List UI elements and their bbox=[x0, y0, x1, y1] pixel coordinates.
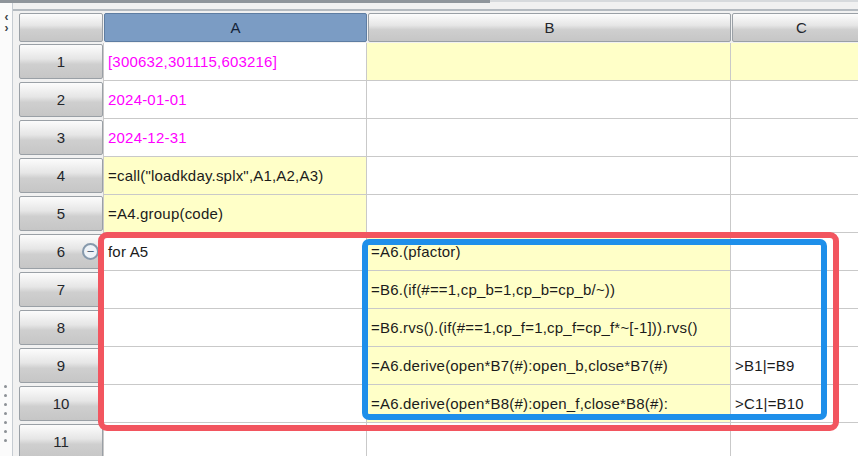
cell-A10[interactable] bbox=[103, 385, 367, 423]
drag-dot bbox=[4, 385, 7, 388]
cell-B11[interactable] bbox=[367, 423, 731, 456]
cell-text-B8: =B6.rvs().(if(#==1,cp_f=1,cp_f=cp_f*~[-1… bbox=[367, 319, 698, 336]
pane-divider-light-segment bbox=[490, 0, 858, 2]
cell-A2[interactable]: 2024-01-01 bbox=[103, 81, 367, 119]
cell-B7[interactable]: =B6.(if(#==1,cp_b=1,cp_b=cp_b/~)) bbox=[367, 271, 731, 309]
drag-dot bbox=[4, 403, 7, 406]
row-header-11[interactable]: 11 bbox=[19, 424, 103, 456]
cell-A9[interactable] bbox=[103, 347, 367, 385]
cell-A3[interactable]: 2024-12-31 bbox=[103, 119, 367, 157]
cell-C7[interactable] bbox=[731, 271, 858, 309]
row-header-10[interactable]: 10 bbox=[19, 386, 103, 421]
cell-text-A6: for A5 bbox=[104, 243, 148, 260]
cell-B6[interactable]: =A6.(pfactor) bbox=[367, 233, 731, 271]
cell-C11[interactable] bbox=[731, 423, 858, 456]
cell-A7[interactable] bbox=[103, 271, 367, 309]
cell-A1[interactable]: [300632,301115,603216] bbox=[103, 43, 367, 81]
drag-dot bbox=[4, 412, 7, 415]
pane-divider-dark-segment bbox=[0, 0, 490, 3]
cell-C10[interactable]: >C1|=B10 bbox=[731, 385, 858, 423]
spreadsheet-grid: ABC1[300632,301115,603216]22024-01-01320… bbox=[0, 0, 858, 456]
cell-A5[interactable]: =A4.group(code) bbox=[103, 195, 367, 233]
drag-dot bbox=[4, 421, 7, 424]
cell-B9[interactable]: =A6.derive(open*B7(#):open_b,close*B7(#) bbox=[367, 347, 731, 385]
drag-dot bbox=[4, 430, 7, 433]
cell-C6[interactable] bbox=[731, 233, 858, 271]
cell-text-C9: >B1|=B9 bbox=[731, 357, 795, 374]
row-header-2[interactable]: 2 bbox=[19, 82, 103, 117]
row-header-9[interactable]: 9 bbox=[19, 348, 103, 383]
cell-B8[interactable]: =B6.rvs().(if(#==1,cp_f=1,cp_f=cp_f*~[-1… bbox=[367, 309, 731, 347]
cell-A8[interactable] bbox=[103, 309, 367, 347]
row-header-1[interactable]: 1 bbox=[19, 44, 103, 79]
cell-C9[interactable]: >B1|=B9 bbox=[731, 347, 858, 385]
cell-C4[interactable] bbox=[731, 157, 858, 195]
cell-text-A3: 2024-12-31 bbox=[104, 129, 187, 146]
row-header-4[interactable]: 4 bbox=[19, 158, 103, 193]
drag-dot bbox=[4, 394, 7, 397]
cell-text-A4: =call("loadkday.splx",A1,A2,A3) bbox=[104, 167, 323, 184]
row-header-5[interactable]: 5 bbox=[19, 196, 103, 231]
cell-A6[interactable]: for A5 bbox=[103, 233, 367, 271]
splitter-drag-handle[interactable] bbox=[4, 385, 7, 442]
cell-B10[interactable]: =A6.derive(open*B8(#):open_f,close*B8(#)… bbox=[367, 385, 731, 423]
cell-text-C10: >C1|=B10 bbox=[731, 395, 804, 412]
row-header-7[interactable]: 7 bbox=[19, 272, 103, 307]
cell-C2[interactable] bbox=[731, 81, 858, 119]
cell-text-B7: =B6.(if(#==1,cp_b=1,cp_b=cp_b/~)) bbox=[367, 281, 615, 298]
left-splitter-bar[interactable]: ‹ › bbox=[0, 2, 13, 456]
cell-C3[interactable] bbox=[731, 119, 858, 157]
cell-B1[interactable] bbox=[367, 43, 731, 81]
cell-B3[interactable] bbox=[367, 119, 731, 157]
row-header-3[interactable]: 3 bbox=[19, 120, 103, 155]
cell-text-A2: 2024-01-01 bbox=[104, 91, 187, 108]
cell-text-A1: [300632,301115,603216] bbox=[104, 53, 277, 70]
drag-dot bbox=[4, 439, 7, 442]
cell-text-B9: =A6.derive(open*B7(#):open_b,close*B7(#) bbox=[367, 357, 668, 374]
cell-B5[interactable] bbox=[367, 195, 731, 233]
cell-A4[interactable]: =call("loadkday.splx",A1,A2,A3) bbox=[103, 157, 367, 195]
column-header-C[interactable]: C bbox=[732, 13, 858, 42]
column-header-B[interactable]: B bbox=[368, 13, 731, 42]
cell-B4[interactable] bbox=[367, 157, 731, 195]
cell-A11[interactable] bbox=[103, 423, 367, 456]
corner-header-cell[interactable] bbox=[19, 13, 103, 42]
cell-C5[interactable] bbox=[731, 195, 858, 233]
cell-text-B6: =A6.(pfactor) bbox=[367, 243, 461, 260]
collapse-minus-icon[interactable]: − bbox=[82, 243, 99, 260]
cell-text-B10: =A6.derive(open*B8(#):open_f,close*B8(#)… bbox=[367, 395, 668, 412]
splitter-expand-right-icon[interactable]: › bbox=[2, 23, 11, 33]
column-header-A[interactable]: A bbox=[104, 13, 367, 42]
cell-C1[interactable] bbox=[731, 43, 858, 81]
cell-text-A5: =A4.group(code) bbox=[104, 205, 223, 222]
row-header-8[interactable]: 8 bbox=[19, 310, 103, 345]
cell-B2[interactable] bbox=[367, 81, 731, 119]
cell-C8[interactable] bbox=[731, 309, 858, 347]
